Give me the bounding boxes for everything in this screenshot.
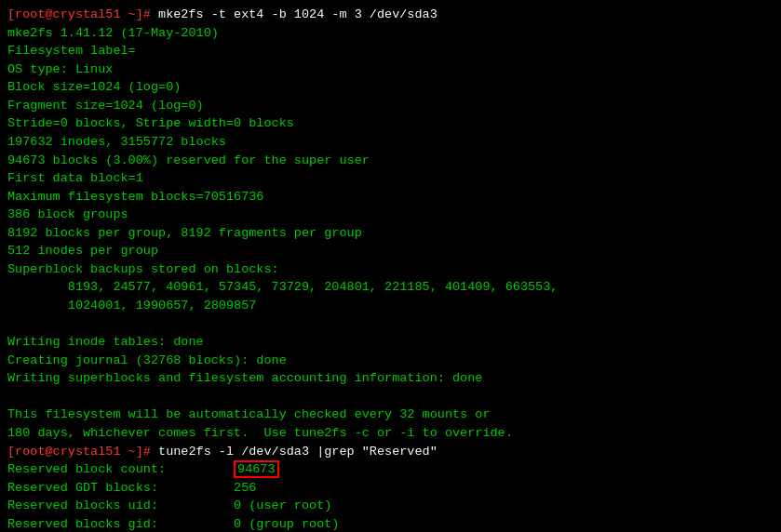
- line-18: [7, 315, 774, 334]
- line-25: [root@crystal51 ~]# tune2fs -l /dev/sda3…: [7, 443, 774, 461]
- line-27: Reserved GDT blocks: 256: [7, 479, 774, 498]
- line-13: 8192 blocks per group, 8192 fragments pe…: [7, 224, 774, 243]
- line-10: First data block=1: [7, 169, 774, 188]
- line-7: Stride=0 blocks, Stripe width=0 blocks: [7, 114, 774, 133]
- line-28: Reserved blocks uid: 0 (user root): [7, 497, 774, 515]
- line-8: 197632 inodes, 3155772 blocks: [7, 133, 774, 152]
- line-17: 1024001, 1990657, 2809857: [7, 297, 774, 315]
- prompt-2: [root@crystal51 ~]#: [7, 445, 158, 459]
- line-16: 8193, 24577, 40961, 57345, 73729, 204801…: [7, 278, 774, 297]
- line-5: Block size=1024 (log=0): [7, 78, 774, 97]
- line-9: 94673 blocks (3.00%) reserved for the su…: [7, 152, 774, 170]
- line-2: mke2fs 1.41.12 (17-May-2010): [7, 24, 774, 43]
- prompt-1: [root@crystal51 ~]#: [7, 7, 158, 21]
- line-19: Writing inode tables: done: [7, 333, 774, 352]
- line-29: Reserved blocks gid: 0 (group root): [7, 515, 774, 532]
- reserved-block-count-value: 94673: [234, 460, 279, 478]
- line-22: [7, 388, 774, 406]
- line-24: 180 days, whichever comes first. Use tun…: [7, 424, 774, 443]
- line-1: [root@crystal51 ~]# mke2fs -t ext4 -b 10…: [7, 6, 774, 24]
- line-15: Superblock backups stored on blocks:: [7, 260, 774, 279]
- line-14: 512 inodes per group: [7, 242, 774, 260]
- cmd-1: mke2fs -t ext4 -b 1024 -m 3 /dev/sda3: [158, 7, 438, 21]
- line-3: Filesystem label=: [7, 42, 774, 60]
- line-4: OS type: Linux: [7, 60, 774, 79]
- line-21: Writing superblocks and filesystem accou…: [7, 369, 774, 388]
- line-20: Creating journal (32768 blocks): done: [7, 352, 774, 370]
- line-6: Fragment size=1024 (log=0): [7, 97, 774, 115]
- line-12: 386 block groups: [7, 206, 774, 224]
- line-11: Maximum filesystem blocks=70516736: [7, 188, 774, 206]
- cmd-2: tune2fs -l /dev/sda3 |grep "Reserved": [158, 445, 438, 459]
- line-26-reserved-block-count: Reserved block count: 94673: [7, 460, 774, 479]
- line-23: This filesystem will be automatically ch…: [7, 406, 774, 424]
- terminal-window: [root@crystal51 ~]# mke2fs -t ext4 -b 10…: [0, 0, 781, 532]
